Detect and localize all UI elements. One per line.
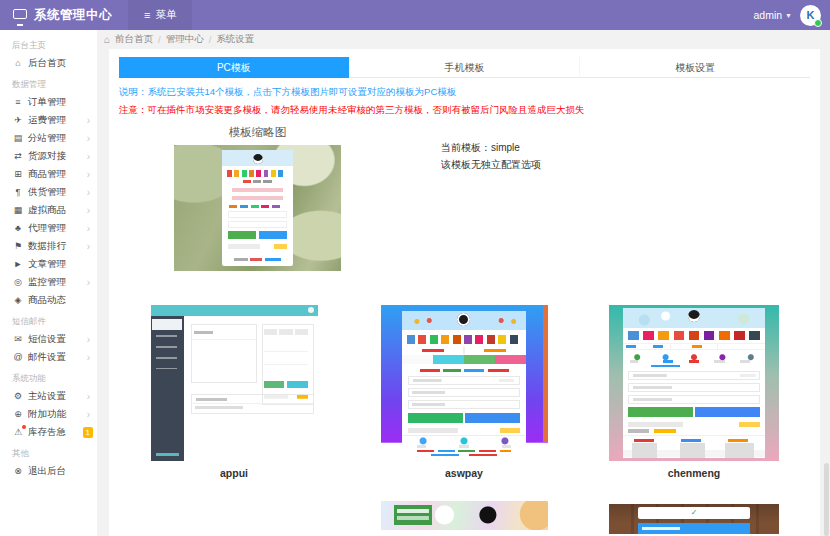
sidebar-item-label: 后台首页 bbox=[28, 57, 97, 70]
mock-red-text-line bbox=[420, 369, 509, 372]
sidebar-item-label: 虚拟商品 bbox=[28, 204, 87, 217]
current-template-preview-image[interactable] bbox=[174, 145, 341, 271]
mock-input-row-3 bbox=[408, 400, 519, 409]
mock-nav-line bbox=[243, 180, 271, 183]
sidebar-item-label: 附加功能 bbox=[28, 408, 87, 421]
mock-sidebar-active-item bbox=[152, 319, 182, 330]
cart-icon: ⊞ bbox=[12, 169, 24, 179]
mock-orange-stripe bbox=[543, 305, 547, 442]
tab-pc-template[interactable]: PC模板 bbox=[119, 57, 349, 78]
app-logo[interactable]: 系统管理中心 bbox=[0, 7, 128, 24]
scrollbar-thumb[interactable] bbox=[824, 463, 829, 536]
chevron-right-icon: › bbox=[87, 151, 90, 162]
mock-input-row-1 bbox=[408, 376, 519, 385]
mock-site-card bbox=[623, 308, 766, 458]
sidebar-section-label: 其他 bbox=[0, 441, 97, 462]
sidebar-item-mail[interactable]: @邮件设置› bbox=[0, 348, 97, 366]
mock-penguin-avatar bbox=[253, 154, 263, 164]
sidebar-section-label: 数据管理 bbox=[0, 72, 97, 93]
sidebar-item-label: 文章管理 bbox=[28, 258, 97, 271]
sidebar-item-shipping[interactable]: ✈运费管理› bbox=[0, 111, 97, 129]
mock-buttons-row bbox=[628, 407, 759, 417]
template-thumbnail-partial-2[interactable]: ✓ bbox=[609, 504, 779, 534]
sidebar-item-supplier[interactable]: ¶供货管理› bbox=[0, 183, 97, 201]
breadcrumb-item[interactable]: 管理中心 bbox=[166, 33, 204, 46]
template-card: chenmeng bbox=[579, 305, 809, 479]
sidebar-item-addons[interactable]: ⊕附加功能› bbox=[0, 405, 97, 423]
template-card bbox=[349, 501, 579, 534]
mock-bottom-panel bbox=[191, 394, 315, 414]
order-list-icon: ≡ bbox=[12, 97, 24, 107]
breadcrumb-item[interactable]: 系统设置 bbox=[216, 33, 254, 46]
sidebar-item-label: 主站设置 bbox=[28, 390, 87, 403]
sidebar-item-label: 代理管理 bbox=[28, 222, 87, 235]
sidebar-item-stock-alert[interactable]: ⚠库存告急1 bbox=[0, 423, 97, 441]
chevron-right-icon: › bbox=[87, 241, 90, 252]
template-thumbnail-chenmeng[interactable] bbox=[609, 305, 779, 461]
sidebar-item-logout[interactable]: ⊗退出后台 bbox=[0, 462, 97, 480]
sidebar-item-goods-activity[interactable]: ◈商品动态 bbox=[0, 291, 97, 309]
sidebar-item-substation[interactable]: ▤分站管理› bbox=[0, 129, 97, 147]
template-thumbnail-appui[interactable] bbox=[151, 305, 318, 461]
template-thumbnail-aswpay[interactable] bbox=[381, 305, 548, 461]
sidebar-item-site-settings[interactable]: ⚙主站设置› bbox=[0, 387, 97, 405]
mock-query-row bbox=[228, 244, 287, 249]
current-template-info: 当前模板：simple 该模板无独立配置选项 bbox=[441, 139, 541, 271]
chevron-right-icon: › bbox=[87, 205, 90, 216]
template-grid-row-2: ✓ bbox=[119, 501, 810, 534]
sidebar-item-ranking[interactable]: ⚑数据排行› bbox=[0, 237, 97, 255]
mock-search-bar: ✓ bbox=[638, 507, 750, 519]
storefront-card bbox=[222, 150, 292, 266]
mock-buttons-row bbox=[228, 231, 287, 239]
user-dropdown[interactable]: admin ▼ bbox=[753, 9, 792, 21]
breadcrumb-item[interactable]: 前台首页 bbox=[115, 33, 153, 46]
mock-category-tabs bbox=[623, 353, 766, 365]
sidebar-item-monitor[interactable]: ◎监控管理› bbox=[0, 273, 97, 291]
sidebar-item-sms[interactable]: ✉短信设置› bbox=[0, 330, 97, 348]
current-template-label: 当前模板：simple bbox=[441, 139, 541, 156]
sidebar-item-orders[interactable]: ≡订单管理 bbox=[0, 93, 97, 111]
mail-icon: @ bbox=[12, 352, 24, 362]
link-icon: ⇄ bbox=[12, 151, 24, 161]
stock-alert-badge: 1 bbox=[83, 427, 93, 438]
template-thumbnail-partial-1[interactable] bbox=[381, 501, 548, 530]
sidebar-item-label: 货源对接 bbox=[28, 150, 87, 163]
mock-input-row-1 bbox=[228, 211, 287, 218]
warning-notice: 注意：可在插件市场安装更多模板，请勿轻易使用未经审核的第三方模板，否则有被留后门… bbox=[119, 104, 810, 117]
sidebar-item-home[interactable]: ⌂后台首页 bbox=[0, 54, 97, 72]
sidebar-item-label: 监控管理 bbox=[28, 276, 87, 289]
info-notice: 说明：系统已安装共14个模板，点击下方模板图片即可设置对应的模板为PC模板 bbox=[119, 86, 810, 99]
sidebar-item-label: 订单管理 bbox=[28, 96, 97, 109]
topbar-right: admin ▼ K bbox=[753, 5, 830, 26]
mock-sidebar-items bbox=[156, 335, 178, 369]
mock-table-rows bbox=[623, 443, 766, 458]
sidebar-item-article[interactable]: ►文章管理 bbox=[0, 255, 97, 273]
sidebar-item-virtual-goods[interactable]: ▦虚拟商品› bbox=[0, 201, 97, 219]
mock-blue-bar bbox=[638, 523, 750, 534]
monitor-icon bbox=[13, 9, 27, 19]
tab-mobile-template[interactable]: 手机模板 bbox=[349, 57, 580, 78]
mock-input-row-2 bbox=[228, 221, 287, 228]
template-tabs: PC模板手机模板模板设置 bbox=[119, 57, 810, 78]
sidebar-item-label: 供货管理 bbox=[28, 186, 87, 199]
chevron-down-icon: ▼ bbox=[785, 12, 792, 19]
sidebar: 后台主页⌂后台首页数据管理≡订单管理✈运费管理›▤分站管理›⇄货源对接›⊞商品管… bbox=[0, 30, 97, 536]
tab-template-settings[interactable]: 模板设置 bbox=[579, 57, 810, 78]
power-icon: ⊗ bbox=[12, 466, 24, 476]
gear-icon: ⚙ bbox=[12, 391, 24, 401]
avatar[interactable]: K bbox=[800, 5, 821, 26]
username: admin bbox=[753, 9, 782, 21]
template-grid: appui bbox=[119, 305, 810, 479]
template-card-empty bbox=[119, 501, 349, 534]
mock-table-title bbox=[628, 429, 759, 433]
topbar-menu-button[interactable]: ≡ 菜单 bbox=[128, 0, 192, 30]
sidebar-item-goods[interactable]: ⊞商品管理› bbox=[0, 165, 97, 183]
sidebar-item-label: 短信设置 bbox=[28, 333, 87, 346]
mock-query-row bbox=[408, 428, 519, 433]
sidebar-section-label: 短信邮件 bbox=[0, 309, 97, 330]
sidebar-item-supply-link[interactable]: ⇄货源对接› bbox=[0, 147, 97, 165]
sidebar-item-agent[interactable]: ♣代理管理› bbox=[0, 219, 97, 237]
breadcrumb-separator: / bbox=[209, 34, 212, 45]
sidebar-item-label: 商品管理 bbox=[28, 168, 87, 181]
chevron-right-icon: › bbox=[87, 133, 90, 144]
